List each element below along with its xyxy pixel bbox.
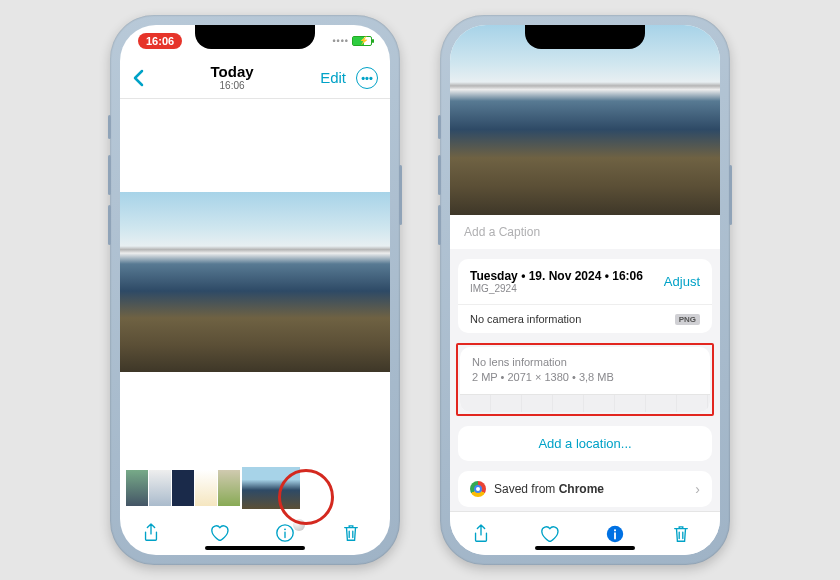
edit-button[interactable]: Edit — [320, 69, 346, 86]
thumbnail[interactable] — [149, 470, 171, 506]
nav-header: Today 16:06 Edit ••• — [120, 57, 390, 99]
nav-title-group: Today 16:06 — [211, 64, 254, 92]
more-button[interactable]: ••• — [356, 67, 378, 89]
photo-viewport[interactable] — [120, 99, 390, 465]
mute-switch — [438, 115, 441, 139]
home-indicator[interactable] — [535, 546, 635, 550]
metadata-card: Tuesday • 19. Nov 2024 • 16:06 IMG_2924 … — [458, 259, 712, 333]
thumbnail-current[interactable] — [241, 466, 301, 510]
thumbnail-strip[interactable] — [120, 465, 390, 511]
mute-switch — [108, 115, 111, 139]
info-button-active[interactable] — [605, 524, 631, 544]
filename: IMG_2924 — [470, 283, 643, 294]
share-button[interactable] — [142, 523, 168, 543]
favorite-button[interactable] — [539, 525, 565, 543]
photo-preview[interactable] — [450, 25, 720, 215]
nav-title: Today — [211, 64, 254, 81]
format-badge: PNG — [675, 314, 700, 325]
share-button[interactable] — [472, 524, 498, 544]
battery-icon: ⚡ — [352, 36, 372, 46]
chevron-right-icon: › — [695, 481, 700, 497]
signal-icon: •••• — [332, 36, 349, 46]
volume-down — [438, 205, 441, 245]
chevron-left-icon — [132, 69, 144, 87]
volume-up — [108, 155, 111, 195]
power-button — [399, 165, 402, 225]
lens-info: No lens information — [472, 355, 698, 370]
volume-down — [108, 205, 111, 245]
delete-button[interactable] — [342, 523, 368, 543]
trash-icon — [672, 524, 690, 544]
date-line: Tuesday • 19. Nov 2024 • 16:06 — [470, 269, 643, 283]
status-time-pill: 16:06 — [138, 33, 182, 49]
heart-icon — [539, 525, 559, 543]
photo-main — [120, 192, 390, 372]
heart-icon — [209, 524, 229, 542]
home-indicator[interactable] — [205, 546, 305, 550]
histogram — [460, 394, 710, 412]
adjust-button[interactable]: Adjust — [664, 274, 700, 289]
phone-right: Add a Caption Tuesday • 19. Nov 2024 • 1… — [440, 15, 730, 565]
power-button — [729, 165, 732, 225]
saved-from-app: Chrome — [559, 482, 604, 496]
ellipsis-icon: ••• — [361, 72, 373, 84]
add-location-card[interactable]: Add a location... — [458, 426, 712, 461]
info-dot-icon — [293, 519, 305, 531]
svg-point-1 — [284, 528, 286, 530]
share-icon — [142, 523, 160, 543]
share-icon — [472, 524, 490, 544]
thumbnail[interactable] — [172, 470, 194, 506]
phone-left: 16:06 •••• ⚡ Today 16:06 Edit ••• — [110, 15, 400, 565]
thumbnail[interactable] — [126, 470, 148, 506]
svg-point-3 — [614, 529, 616, 531]
thumbnail[interactable] — [218, 470, 240, 506]
lens-info-box: No lens information 2 MP • 2071 × 1380 •… — [460, 347, 710, 394]
info-icon — [275, 523, 295, 543]
image-specs: 2 MP • 2071 × 1380 • 3,8 MB — [472, 370, 698, 385]
annotation-box: No lens information 2 MP • 2071 × 1380 •… — [456, 343, 714, 416]
caption-input[interactable]: Add a Caption — [450, 215, 720, 259]
thumbnail[interactable] — [195, 470, 217, 506]
screen-left: 16:06 •••• ⚡ Today 16:06 Edit ••• — [120, 25, 390, 555]
favorite-button[interactable] — [209, 524, 235, 542]
delete-button[interactable] — [672, 524, 698, 544]
screen-right: Add a Caption Tuesday • 19. Nov 2024 • 1… — [450, 25, 720, 555]
info-panel[interactable]: Add a Caption Tuesday • 19. Nov 2024 • 1… — [450, 215, 720, 511]
nav-subtitle: 16:06 — [211, 80, 254, 91]
chrome-icon — [470, 481, 486, 497]
saved-from-prefix: Saved from — [494, 482, 559, 496]
status-icons: •••• ⚡ — [332, 36, 372, 46]
volume-up — [438, 155, 441, 195]
info-filled-icon — [605, 524, 625, 544]
camera-info: No camera information — [470, 313, 581, 325]
saved-from-label: Saved from Chrome — [494, 482, 604, 496]
notch — [195, 25, 315, 49]
back-button[interactable] — [132, 69, 144, 87]
info-button[interactable] — [275, 523, 301, 543]
trash-icon — [342, 523, 360, 543]
add-location-label: Add a location... — [538, 436, 631, 451]
notch — [525, 25, 645, 49]
saved-from-card[interactable]: Saved from Chrome › — [458, 471, 712, 507]
